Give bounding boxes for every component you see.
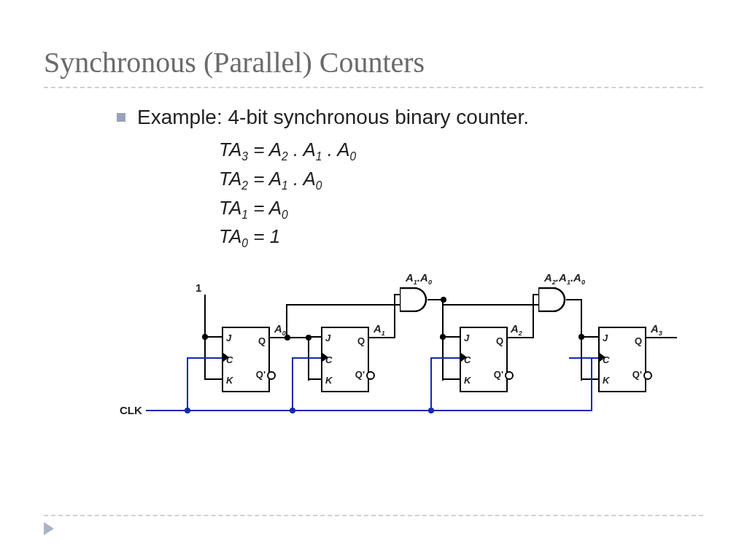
counter-circuit: 1 J C K Q Q' A0 J C xyxy=(117,284,686,430)
bullet-icon xyxy=(117,113,125,122)
label-a3: A3 xyxy=(651,322,662,337)
const-one-label: 1 xyxy=(196,281,201,294)
eq-ta0: TA0 = 1 xyxy=(219,223,703,252)
eq-ta3: TA3 = A2 . A1 . A0 xyxy=(219,136,703,166)
eq-ta2: TA2 = A1 . A0 xyxy=(219,166,703,195)
footer-divider xyxy=(44,515,703,516)
flipflop-3: J C K Q Q' xyxy=(598,327,646,392)
slide-title: Synchronous (Parallel) Counters xyxy=(44,45,703,79)
clk-label: CLK xyxy=(120,404,142,416)
and-gate-2 xyxy=(538,287,568,312)
flipflop-0: J C K Q Q' xyxy=(222,327,270,392)
flipflop-1: J C K Q Q' xyxy=(321,327,369,392)
eq-ta1: TA1 = A0 xyxy=(219,195,703,224)
label-a2: A2 xyxy=(511,322,522,337)
label-a0: A0 xyxy=(274,322,286,337)
title-divider xyxy=(44,87,703,88)
label-and2-out: A2.A1.A0 xyxy=(544,271,585,286)
label-and1-out: A1.A0 xyxy=(406,271,432,286)
bullet-row: Example: 4-bit synchronous binary counte… xyxy=(117,106,703,129)
label-a1: A1 xyxy=(374,322,385,337)
bullet-text: Example: 4-bit synchronous binary counte… xyxy=(137,106,529,129)
flipflop-2: J C K Q Q' xyxy=(460,327,508,392)
and-gate-1 xyxy=(400,287,429,312)
equations-block: TA3 = A2 . A1 . A0 TA2 = A1 . A0 TA1 = A… xyxy=(219,136,703,252)
footer-triangle-icon xyxy=(44,522,54,535)
